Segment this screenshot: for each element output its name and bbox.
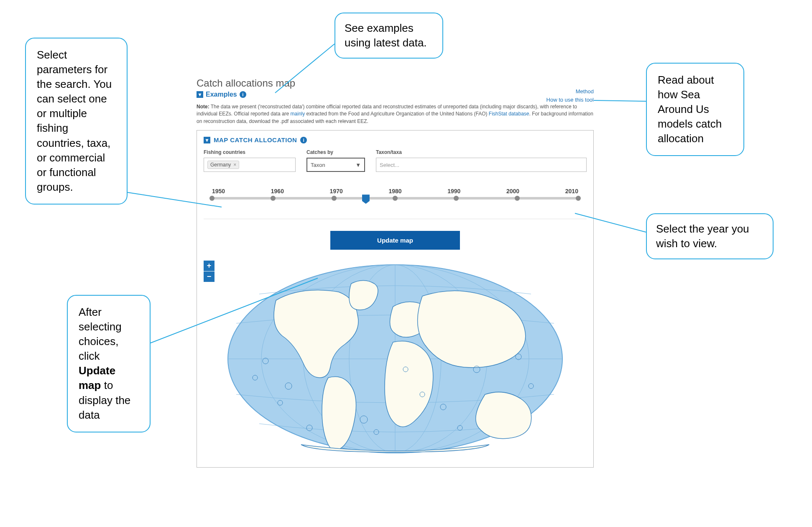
map-area: + − [204,261,587,457]
callout-select-parameters: Select parameters for the search. You ca… [25,38,128,205]
fishing-countries-input[interactable]: Germany × [204,158,296,172]
callout-text: Select the year you wish to view. [656,223,749,250]
callout-text: Read about how Sea Around Us models catc… [658,74,722,145]
catches-by-field: Catches by Taxon ▼ [306,149,365,172]
close-icon[interactable]: × [233,162,236,168]
examples-toggle[interactable]: ▾ Examples i [197,91,594,98]
slider-track[interactable] [212,197,578,200]
slider-handle[interactable] [362,194,370,204]
card-header-label: MAP CATCH ALLOCATION [214,136,297,143]
info-icon[interactable]: i [300,137,307,143]
right-links: Method How to use this tool [546,87,594,104]
world-map[interactable] [226,261,564,457]
card-header-toggle[interactable]: ▾ MAP CATCH ALLOCATION i [204,136,587,143]
connector-line [594,100,646,101]
slider-tick[interactable] [271,196,276,201]
country-tag-label: Germany [210,162,231,168]
note-part2: extracted from the Food and Agriculture … [305,111,489,117]
field-label: Catches by [306,149,365,155]
year-slider[interactable]: 1950 1960 1970 1980 1990 2000 2010 [212,188,578,200]
chevron-down-icon: ▾ [197,91,203,98]
app-panel: Catch allocations map ▾ Examples i Metho… [197,77,594,468]
map-catch-allocation-card: ▾ MAP CATCH ALLOCATION i Fishing countri… [197,130,594,468]
chevron-down-icon: ▾ [204,137,210,143]
year-label: 2000 [506,188,519,194]
fishstat-link[interactable]: FishStat database [489,111,529,117]
dropdown-arrow-icon: ▼ [355,162,361,168]
callout-select-year: Select the year you wish to view. [646,213,774,259]
zoom-out-button[interactable]: − [204,271,214,282]
page-title: Catch allocations map [197,77,594,89]
slider-tick[interactable] [454,196,459,201]
taxon-field: Taxon/taxa Select... [376,149,587,172]
info-icon[interactable]: i [240,91,246,98]
field-label: Fishing countries [204,149,296,155]
field-label: Taxon/taxa [376,149,587,155]
method-link[interactable]: Method [546,87,594,96]
country-tag[interactable]: Germany × [207,161,239,169]
year-label: 1970 [330,188,343,194]
taxon-placeholder: Select... [380,162,399,168]
zoom-control: + − [204,261,214,282]
note-mainly-link[interactable]: mainly [291,111,305,117]
year-label: 1960 [271,188,284,194]
slider-tick[interactable] [393,196,398,201]
slider-tick[interactable] [209,196,214,201]
year-label: 1980 [388,188,401,194]
note-text: Note: The data we present ('reconstructe… [197,103,594,125]
taxon-input[interactable]: Select... [376,158,587,172]
divider [204,219,587,219]
slider-tick[interactable] [576,196,581,201]
callout-update-map: After selecting choices, click Update ma… [67,295,151,432]
fishing-countries-field: Fishing countries Germany × [204,149,296,172]
callout-text: Select parameters for the search. You ca… [37,49,112,193]
zoom-in-button[interactable]: + [204,261,214,271]
year-label: 2010 [565,188,578,194]
callout-read-about-method: Read about how Sea Around Us models catc… [646,63,744,156]
catches-by-select[interactable]: Taxon ▼ [306,158,365,172]
slider-tick[interactable] [515,196,520,201]
year-label: 1990 [447,188,460,194]
howto-link[interactable]: How to use this tool [546,96,594,104]
examples-label: Examples [206,91,237,98]
callout-text: See examples using latest data. [345,22,427,49]
slider-tick[interactable] [332,196,337,201]
select-value: Taxon [311,162,325,168]
update-map-button[interactable]: Update map [330,231,460,250]
year-label: 1950 [212,188,225,194]
note-bold: Note: [197,104,209,110]
callout-see-examples: See examples using latest data. [335,13,443,59]
